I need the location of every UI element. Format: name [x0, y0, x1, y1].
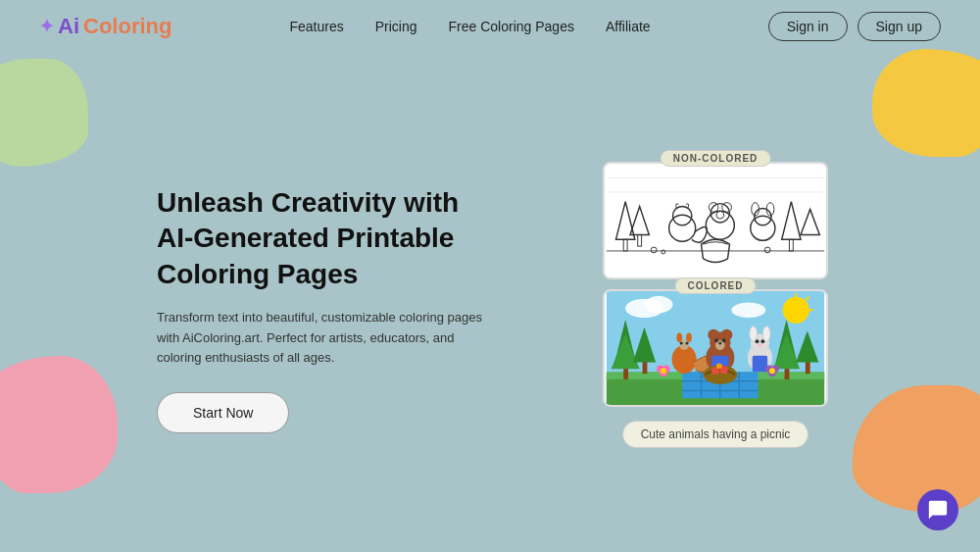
svg-point-50	[686, 332, 692, 342]
nav-links: Features Pricing Free Coloring Pages Aff…	[290, 19, 651, 34]
noncolored-label: NON-COLORED	[661, 150, 771, 167]
logo-coloring-text: Coloring	[83, 14, 172, 39]
noncolored-card: NON-COLORED	[603, 162, 828, 279]
logo-ai-text: Ai	[58, 14, 79, 39]
nav-affiliate[interactable]: Affiliate	[606, 19, 651, 34]
svg-point-57	[721, 328, 733, 340]
navbar: ✦ AiColoring Features Pricing Free Color…	[0, 0, 980, 53]
nav-free-coloring-pages[interactable]: Free Coloring Pages	[449, 19, 574, 34]
nav-actions: Sign in Sign up	[768, 12, 941, 41]
hero-section: Unleash Creativity with AI-Generated Pri…	[157, 185, 490, 434]
svg-point-65	[750, 326, 758, 340]
colored-svg	[605, 291, 826, 405]
svg-point-78	[661, 368, 666, 374]
svg-point-27	[645, 295, 673, 312]
hero-description: Transform text into beautiful, customiza…	[157, 308, 490, 369]
svg-rect-70	[753, 355, 767, 371]
colored-label: COLORED	[675, 277, 757, 294]
svg-point-82	[769, 368, 775, 374]
svg-point-69	[759, 343, 762, 347]
image-caption: Cute animals having a picnic	[622, 421, 809, 448]
svg-point-61	[718, 341, 721, 344]
svg-point-67	[756, 339, 760, 343]
hero-title: Unleash Creativity with AI-Generated Pri…	[157, 185, 490, 292]
svg-point-68	[760, 339, 764, 343]
start-now-button[interactable]: Start Now	[157, 392, 289, 433]
colored-card: COLORED	[603, 289, 828, 407]
colored-image	[603, 289, 828, 407]
image-showcase: NON-COLORED	[490, 162, 882, 448]
svg-point-56	[708, 328, 719, 340]
svg-point-60	[722, 338, 726, 342]
svg-point-22	[783, 296, 809, 323]
svg-point-66	[762, 326, 770, 340]
noncolored-svg	[605, 164, 826, 277]
main-content: Unleash Creativity with AI-Generated Pri…	[0, 53, 980, 546]
svg-point-51	[679, 340, 689, 350]
svg-point-59	[714, 338, 718, 342]
chat-button[interactable]	[917, 489, 958, 530]
svg-point-28	[731, 302, 765, 317]
svg-point-53	[686, 341, 689, 344]
signup-button[interactable]: Sign up	[858, 12, 941, 41]
chat-icon	[927, 499, 949, 521]
svg-point-74	[716, 363, 722, 369]
svg-point-49	[676, 332, 682, 342]
nav-pricing[interactable]: Pricing	[375, 19, 417, 34]
noncolored-image	[603, 162, 828, 279]
svg-point-52	[680, 341, 683, 344]
logo-sparkle-icon: ✦	[39, 16, 54, 37]
logo[interactable]: ✦ AiColoring	[39, 14, 172, 39]
nav-features[interactable]: Features	[290, 19, 344, 34]
signin-button[interactable]: Sign in	[768, 12, 848, 41]
